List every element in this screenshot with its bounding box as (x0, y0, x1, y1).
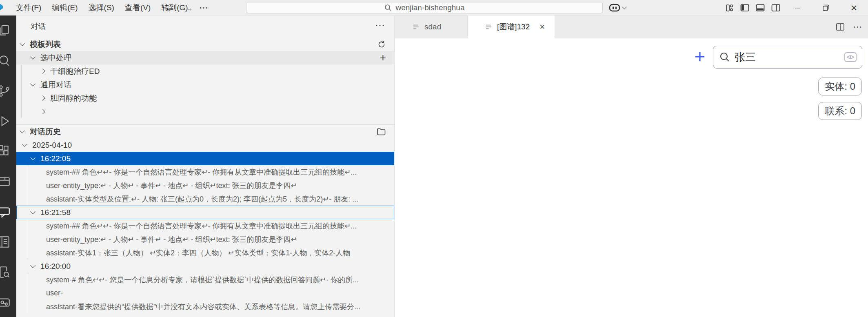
message-row-user[interactable]: user-entity_type:↵ - 人物↵ - 事件↵ - 地点↵ - 组… (16, 179, 394, 192)
chevron-down-icon (30, 263, 36, 268)
menu-view[interactable]: 查看(V) (120, 0, 156, 16)
history-group-time-focused[interactable]: 16:21:58 (16, 206, 394, 219)
chevron-down-icon (20, 41, 25, 46)
tree-item-general-dialog[interactable]: 通用对话 (16, 78, 394, 91)
split-editor-button[interactable] (836, 23, 845, 31)
tree-item-cholesterol[interactable]: 胆固醇的功能 (16, 91, 394, 105)
title-bar: 文件(F) 编辑(E) 选择(S) 查看(V) 转到(G) ⋯ ← → wenj… (0, 0, 868, 16)
source-control-icon (0, 84, 11, 98)
message-row-user[interactable]: user- (16, 286, 394, 300)
toggle-secondary-sidebar-button[interactable] (768, 0, 784, 16)
message-text: system-# 角色↵↵- 您是一个信息分析专家，请根据`提供数据`中提供的数… (46, 275, 359, 285)
activity-extensions[interactable] (0, 136, 16, 166)
history-folder-button[interactable] (377, 125, 386, 138)
relation-count-badge[interactable]: 联系: 0 (818, 102, 862, 120)
tab-close-icon[interactable]: × (539, 22, 545, 31)
graph-view: 实体: 0 联系: 0 (395, 38, 868, 317)
activity-chat-active[interactable] (0, 197, 16, 227)
eye-icon (844, 51, 857, 63)
section-dialog-history[interactable]: 对话历史 (16, 125, 394, 138)
graph-search-box (713, 46, 862, 69)
message-row-assistant[interactable]: assistant-实体类型及位置:↵- 人物: 张三(起点为0，长度为2); … (16, 192, 394, 206)
chevron-right-icon (40, 109, 45, 114)
sidebar-more-icon[interactable]: ⋯ (375, 20, 385, 31)
org-chart-icon (0, 295, 11, 309)
copilot-icon (609, 3, 620, 13)
chevron-down-icon (30, 54, 36, 60)
activity-explorer[interactable] (0, 16, 16, 46)
close-window-button[interactable]: × (840, 0, 868, 16)
vscode-window: 文件(F) 编辑(E) 选择(S) 查看(V) 转到(G) ⋯ ← → wenj… (0, 0, 868, 317)
message-row-system[interactable]: system-# 角色↵↵- 您是一个信息分析专家，请根据`提供数据`中提供的数… (16, 273, 394, 286)
message-row-system[interactable]: system-## 角色↵↵- 你是一个自然语言处理专家↵- 你拥有从文章中准确… (16, 165, 394, 179)
add-node-button[interactable] (693, 50, 707, 64)
editor-actions: ⋯ (836, 16, 862, 38)
visibility-toggle-button[interactable] (844, 51, 857, 63)
activity-run-debug[interactable] (0, 106, 16, 136)
editor-more-icon[interactable]: ⋯ (853, 22, 862, 32)
copilot-menu[interactable] (609, 0, 626, 16)
activity-graph[interactable] (0, 287, 16, 317)
app-logo-icon (0, 4, 3, 10)
restore-button[interactable] (812, 0, 840, 16)
section-label: 模板列表 (30, 39, 61, 50)
message-row-assistant[interactable]: assistant-看来您提供的“提供数据”中并没有文本内容或实体、关系表格等信… (16, 300, 394, 313)
history-date-row[interactable]: 2025-04-10 (16, 138, 394, 152)
primary-sidebar: 对话 ⋯ 模板列表 选中处理 + 干细胞治疗ED 通用对话 胆固醇的功能 (16, 16, 395, 317)
tree-item-empty[interactable] (16, 105, 394, 118)
sidebar-left-filled-icon (740, 4, 749, 12)
section-separator (16, 118, 394, 125)
activity-doc-search[interactable] (0, 257, 16, 287)
files-icon (0, 24, 11, 38)
toggle-panel-button[interactable] (753, 0, 768, 16)
history-date-label: 2025-04-10 (32, 141, 72, 150)
back-arrow-icon[interactable]: ← (165, 3, 175, 13)
message-row-system[interactable]: system-## 角色↵↵- 你是一个自然语言处理专家↵- 你拥有从文章中准确… (16, 219, 394, 233)
chevron-right-icon (40, 95, 45, 101)
panel-bottom-filled-icon (756, 4, 765, 12)
message-text: user- (46, 289, 63, 297)
tab-strip: sdad [图谱]132 × ⋯ (395, 16, 868, 38)
activity-editors[interactable] (0, 166, 16, 197)
split-editor-icon (836, 23, 845, 31)
restore-icon (822, 4, 830, 12)
add-template-button[interactable]: + (380, 51, 386, 64)
history-group-time[interactable]: 16:20:00 (16, 259, 394, 273)
tree-item-selected-processing[interactable]: 选中处理 + (16, 51, 394, 64)
menu-selection[interactable]: 选择(S) (83, 0, 120, 16)
indent-guide (28, 219, 28, 259)
sidebar-title: 对话 (31, 21, 46, 32)
folder-icon (377, 127, 386, 136)
message-text: assistant-实体1：张三（人物） ↵实体2：李四（人物） ↵实体类型：实… (46, 248, 350, 258)
chevron-down-icon (30, 81, 36, 86)
tree-item-label: 胆固醇的功能 (50, 93, 97, 104)
activity-search[interactable] (0, 46, 16, 76)
command-center-text: wenjian-bishenghua (395, 3, 464, 12)
menu-more-icon[interactable]: ⋯ (193, 2, 214, 13)
graph-search-input[interactable] (735, 51, 844, 64)
section-template-list[interactable]: 模板列表 (16, 38, 394, 51)
customize-layout-icon (725, 4, 734, 12)
entity-count-badge[interactable]: 实体: 0 (818, 78, 862, 95)
tree-item-stem-cell[interactable]: 干细胞治疗ED (16, 64, 394, 78)
forward-arrow-icon[interactable]: → (184, 3, 193, 13)
message-row-user[interactable]: user-entity_type:↵ - 人物↵ - 事件↵ - 地点↵ - 组… (16, 233, 394, 246)
activity-notebook[interactable] (0, 227, 16, 257)
minimize-button[interactable]: ─ (784, 0, 812, 16)
chevron-down-icon (20, 128, 25, 133)
history-group-time-selected[interactable]: 16:22:05 (16, 152, 394, 165)
search-icon (719, 51, 730, 63)
minimize-icon: ─ (795, 4, 800, 12)
chevron-down-icon (22, 142, 27, 147)
activity-source-control[interactable] (0, 76, 16, 106)
tab-sdad[interactable]: sdad (395, 16, 468, 38)
message-row-assistant[interactable]: assistant-实体1：张三（人物） ↵实体2：李四（人物） ↵实体类型：实… (16, 246, 394, 259)
toggle-primary-sidebar-button[interactable] (737, 0, 753, 16)
titlebar-controls: ─ × (721, 0, 868, 16)
menu-file[interactable]: 文件(F) (11, 0, 47, 16)
command-center-search[interactable]: wenjian-bishenghua (246, 2, 603, 13)
menu-edit[interactable]: 编辑(E) (47, 0, 83, 16)
customize-layout-button[interactable] (721, 0, 737, 16)
tab-graph-132[interactable]: [图谱]132 × (468, 16, 555, 38)
refresh-button[interactable] (377, 38, 386, 51)
